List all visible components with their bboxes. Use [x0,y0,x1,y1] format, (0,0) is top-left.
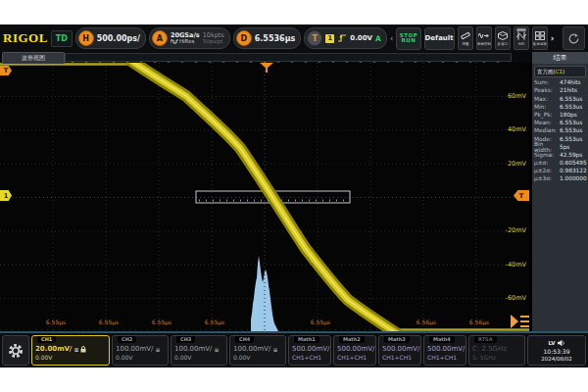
tab-histogram-c1[interactable]: 直方图(C1) [534,66,586,77]
stat-row: Pk_Pk:180ps [534,112,586,120]
time-label: 6.55μs [44,319,68,325]
stat-row: Min:6.553us [534,104,586,112]
delay-pill[interactable]: D 6.5536μs [233,27,302,49]
channel-box-ch1[interactable]: CH1 20.00mV/ ≡ 0.00V [31,335,110,366]
delay-icon[interactable]: D [236,30,252,46]
channel-bar: CH1 20.00mV/ ≡ 0.00V CH2 100.00mV/≡ 0.00… [0,331,588,368]
rtsa-box[interactable]: RTSA C: 2.5GHz S: 5GHz [468,335,525,366]
sample-rate-block: 20GSa/s HiRes [171,32,200,44]
refresh-button[interactable] [563,26,585,50]
time-label: 6.55μs [97,319,121,325]
cube-icon [498,31,508,40]
voltage-label: 40mV [493,126,526,133]
time-label: 6.56μs [467,319,491,325]
tab-bar: 波形视图 [0,52,588,63]
channel-box-ch2[interactable]: CH2 100.00mV/≡ 0.00V [112,335,169,366]
horizontal-icon[interactable]: H [78,30,94,46]
stat-row: Mean:6.553us [534,120,586,127]
status-date: 2024/08/02 [541,356,572,362]
results-panel-title: 结果 [532,52,588,64]
voltage-label: 20mV [493,161,526,168]
results-panel: 结果 直方图(C1) Sum:474hits Peaks:21hits Max:… [532,52,588,331]
tab-waveform-view[interactable]: 波形视图 [2,52,65,64]
time-label: 6.55μs [150,319,173,325]
refresh-icon [567,32,580,45]
bandwidth-icon: ≡ [74,347,78,353]
math-button[interactable]: 数学运算 [532,26,548,50]
math-box-math4[interactable]: Math4 500.00mV/ CH1+CH1 [423,335,466,366]
top-toolbar: RIGOL TD H 500.00ps/ A 20GSa/s HiRes 10k… [0,24,588,52]
trigger-slope-icon [337,33,347,43]
expand-right-icon[interactable]: › [551,34,555,43]
stat-row: Peaks:21hits [534,87,586,95]
panel-drag-handle[interactable] [516,28,526,31]
stat-row: Max:6.553us [534,95,586,103]
stat-row: μ±σ:0.605495 [534,160,586,168]
delay-value: 6.5536μs [255,34,296,43]
math-box-math3[interactable]: Math3 500.00mV/ CH1+CH1 [378,335,421,366]
math-box-math2[interactable]: Math2 500.00mV/ CH1+CH1 [333,335,376,366]
stat-row: μ±3σ:1.000000 [534,175,586,183]
stat-row: Median:6.553us [534,127,586,135]
stat-row: μ±2σ:0.983122 [534,168,586,175]
stat-row: Bin width:5ps [534,144,586,152]
rigol-logo: RIGOL [3,30,48,46]
memory-depth-block: 10kpts 50ps/pt [203,32,224,44]
gear-icon [8,343,24,359]
trigger-icon[interactable]: T [307,30,322,46]
bandwidth-icon: ≡ [155,347,160,353]
bandwidth-icon: ≡ [214,347,219,353]
horizontal-scale-value: 500.00ps/ [97,34,140,43]
acq-mode: HiRes [179,39,195,45]
stat-row: Sum:474hits [534,79,586,87]
acquire-icon[interactable]: A [152,30,168,46]
square-wave-icon [171,39,178,44]
time-label: 6.56μs [415,319,438,325]
ruler-icon [461,31,470,40]
cursor-icon [516,31,526,40]
trigger-pill[interactable]: T 1 0.00V A [304,27,387,49]
waveform-arrow-icon [478,31,489,40]
stat-row: Sigma:42.59ps [534,152,586,160]
voltage-label: -20mV [493,227,526,234]
menu-expand-icon[interactable] [511,315,529,328]
bandwidth-icon: ≡ [272,347,277,353]
status-lan-indicator: LV [548,340,555,346]
status-time: 10:53:39 [544,348,570,355]
math-grid-icon [535,31,545,40]
voltage-label: 60mV [493,93,526,100]
trigger-position-marker[interactable] [260,63,273,73]
time-label: 6.55μs [203,319,226,325]
voltage-label: -40mV [493,262,526,269]
math-box-math1[interactable]: Math1 500.00mV/ CH1+CH1 [288,335,331,366]
channel-box-ch4[interactable]: CH4 100.00mV/≡ 0.00V [229,335,286,366]
settings-button[interactable] [2,335,29,366]
measure-button[interactable]: 测量 [458,26,473,50]
voltage-label: -60mV [493,295,526,302]
run-stop-button[interactable]: STOP RUN [396,27,420,50]
scope-graticule [0,63,529,331]
trigger-sweep-mode: A [375,34,381,43]
status-datetime-box[interactable]: LV 10:53:39 2024/08/02 [527,335,586,366]
trigger-level-value: 0.00V [350,34,372,42]
lock-icon [80,346,86,353]
collapse-left-icon[interactable]: ‹ [390,34,394,43]
trigger-source-badge: 1 [325,34,334,43]
channel-box-ch3[interactable]: CH3 100.00mV/≡ 0.00V [171,335,227,366]
oscilloscope-screen: RIGOL TD H 500.00ps/ A 20GSa/s HiRes 10k… [0,24,588,368]
time-label: 6.55μs [309,319,332,325]
point-resolution: 50ps/pt [203,39,224,45]
acquire-pill[interactable]: A 20GSa/s HiRes 10kpts 50ps/pt [149,27,230,49]
histogram-statistics: Sum:474hits Peaks:21hits Max:6.553us Min… [532,78,588,184]
record-overview-strip[interactable] [65,53,512,62]
sample-control-button[interactable]: 采样控制 [476,26,492,50]
horizontal-scale-pill[interactable]: H 500.00ps/ [75,27,146,49]
default-button[interactable]: Default [424,27,455,50]
speaker-icon [558,339,565,347]
multi-window-button[interactable]: 多窗口 [495,26,511,50]
acquisition-mode-badge[interactable]: TD [51,30,73,47]
waveform-display[interactable]: 60mV 40mV 20mV -20mV -40mV -60mV 6.55μs … [0,63,529,331]
